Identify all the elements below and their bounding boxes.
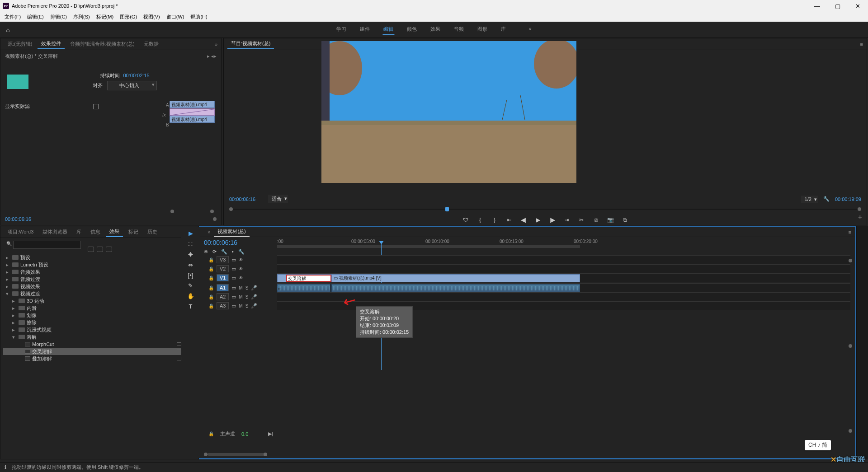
settings-icon[interactable]: 🔧 (823, 196, 830, 202)
timeline-option-3[interactable]: • (232, 249, 234, 255)
menu-item[interactable]: 帮助(H) (188, 13, 210, 21)
menu-item[interactable]: 标记(M) (94, 13, 117, 21)
scrub-playhead[interactable] (445, 207, 449, 211)
effects-folder[interactable]: ▾视频过渡 (3, 290, 196, 297)
effect-preset[interactable]: 交叉溶解 (3, 348, 196, 355)
zoom-handle-l[interactable] (204, 453, 208, 456)
zoom-handle-r[interactable] (264, 453, 267, 456)
mini-clip-a[interactable]: 视频素材(总).mp4 (170, 101, 215, 108)
track-header[interactable]: 🔒V1▭👁 (200, 273, 277, 282)
zoom-dropdown[interactable]: 1/2 (801, 196, 818, 203)
close-button[interactable]: ✕ (848, 0, 868, 12)
v-scroll-top[interactable] (849, 259, 852, 262)
ime-badge[interactable]: CH ♪ 简 (805, 440, 831, 450)
audio-clip[interactable] (331, 284, 580, 292)
video-clip[interactable]: ▭ 视频素材(总).mp4 [V] (331, 274, 580, 282)
menu-item[interactable]: 剪辑(C) (47, 13, 70, 21)
scroll-thumb-r[interactable] (210, 210, 214, 213)
effects-folder[interactable]: ▸音频效果 (3, 268, 196, 276)
panel-tab[interactable]: 项目:Word3 (4, 227, 37, 237)
menu-item[interactable]: 视图(V) (141, 13, 163, 21)
timeline-tool-3[interactable]: ⇔ (188, 262, 193, 268)
scroll-thumb-l[interactable] (170, 210, 174, 213)
panel-tab[interactable]: 元数据 (140, 39, 162, 49)
panel-overflow-icon[interactable]: » (211, 40, 221, 48)
keyframe-nav[interactable]: ▸ ◂▸ (207, 53, 217, 59)
effects-folder[interactable]: ▸沉浸式视频 (3, 326, 196, 333)
panel-tab[interactable]: 源:(无剪辑) (4, 39, 36, 49)
sequence-tab[interactable]: 视频素材(总) (214, 227, 249, 237)
transport-button-1[interactable]: { (477, 217, 483, 223)
fit-dropdown[interactable]: 适合 (268, 195, 288, 203)
track-header[interactable]: 🔒A3▭MS🎤 (200, 301, 277, 310)
mini-transition[interactable] (170, 108, 215, 116)
transport-button-5[interactable]: ▶ (535, 217, 541, 223)
show-real-checkbox[interactable] (93, 104, 99, 109)
timeline-tool-0[interactable]: ▶ (189, 230, 193, 237)
workspace-tab[interactable]: 音频 (453, 24, 465, 35)
workspace-tab[interactable]: 组件 (359, 24, 371, 35)
scrub-handle-l[interactable] (229, 207, 233, 211)
panel-menu-icon[interactable]: ≡ (845, 229, 855, 236)
menu-item[interactable]: 编辑(E) (24, 13, 47, 21)
workspace-tab[interactable]: 颜色 (406, 24, 418, 35)
workspace-tab[interactable]: 学习 (335, 24, 347, 35)
timeline-tool-7[interactable]: T (189, 303, 193, 310)
add-button[interactable]: + (858, 213, 862, 221)
panel-tab[interactable]: 媒体浏览器 (39, 227, 71, 237)
track-lane[interactable]: ▭ (277, 283, 850, 292)
audio-clip[interactable]: ▭ (277, 284, 330, 292)
goto-end-icon[interactable]: ▶| (268, 431, 273, 437)
transport-button-11[interactable]: ⧉ (622, 217, 628, 223)
effects-folder[interactable]: ▸预设 (3, 254, 196, 261)
menu-item[interactable]: 窗口(W) (164, 13, 187, 21)
filter-icons[interactable] (88, 247, 112, 252)
menu-item[interactable]: 图形(G) (117, 13, 140, 21)
time-ruler[interactable]: :0000:00:05:0000:00:10:0000:00:15:0000:0… (277, 237, 855, 255)
program-monitor[interactable] (321, 41, 576, 183)
transport-button-7[interactable]: ⇥ (564, 217, 570, 223)
timeline-tool-6[interactable]: ✋ (187, 293, 194, 299)
workspace-tab[interactable]: 库 (500, 24, 507, 35)
track-lane[interactable] (277, 264, 850, 273)
work-area[interactable] (277, 245, 580, 248)
duration-value[interactable]: 00:00:02:15 (123, 73, 149, 78)
effects-folder[interactable]: ▸音频过渡 (3, 276, 196, 283)
mini-clip-b[interactable]: 视频素材(总).mp4 (170, 116, 215, 123)
maximize-button[interactable]: ▢ (827, 0, 848, 12)
align-dropdown[interactable]: 中心切入 (107, 81, 157, 90)
transport-button-8[interactable]: ✂ (578, 217, 585, 223)
panel-tab[interactable]: 效果 (106, 227, 123, 237)
home-button[interactable]: ⌂ (0, 22, 16, 38)
master-value[interactable]: 0.0 (241, 431, 248, 437)
effect-preset[interactable]: MorphCut (3, 341, 196, 348)
program-scrubber[interactable] (229, 207, 861, 211)
effects-folder[interactable]: ▸划像 (3, 312, 196, 319)
program-tab[interactable]: 节目:视频素材(总) (227, 39, 274, 49)
timeline-tool-1[interactable]: ⸬ (189, 240, 193, 248)
panel-tab[interactable]: 信息 (87, 227, 104, 237)
zoom-scrollbar[interactable] (208, 453, 266, 456)
timeline-option-1[interactable]: ⟳ (212, 249, 217, 255)
track-header[interactable]: 🔒V3▭👁 (200, 255, 277, 264)
timeline-tool-5[interactable]: ✎ (188, 282, 193, 289)
effects-folder[interactable]: ▸擦除 (3, 319, 196, 326)
effect-preset[interactable]: 叠加溶解 (3, 355, 196, 362)
panel-menu-icon[interactable]: ≡ (857, 40, 867, 48)
timeline-timecode[interactable]: 00:00:06:16 (204, 239, 274, 246)
workspace-tab[interactable]: 编辑 (382, 24, 394, 35)
v-scroll-bot[interactable] (849, 429, 852, 433)
panel-tab[interactable]: 效果控件 (38, 39, 65, 49)
timeline-option-2[interactable]: 🔧 (221, 249, 227, 255)
workspace-tab[interactable]: 效果 (429, 24, 441, 35)
transport-button-2[interactable]: } (491, 217, 498, 223)
timeline-tool-4[interactable]: [•] (188, 272, 193, 279)
effects-folder[interactable]: ▸内滑 (3, 304, 196, 312)
v-scroll-mid[interactable] (849, 344, 852, 348)
transport-button-4[interactable]: ◀| (520, 217, 527, 223)
menu-item[interactable]: 序列(S) (71, 13, 93, 21)
track-header[interactable]: 🔒A1▭MS🎤 (200, 283, 277, 292)
minimize-button[interactable]: — (807, 0, 827, 12)
workspace-tab[interactable]: 图形 (476, 24, 488, 35)
effects-folder[interactable]: ▸Lumetri 预设 (3, 261, 196, 268)
